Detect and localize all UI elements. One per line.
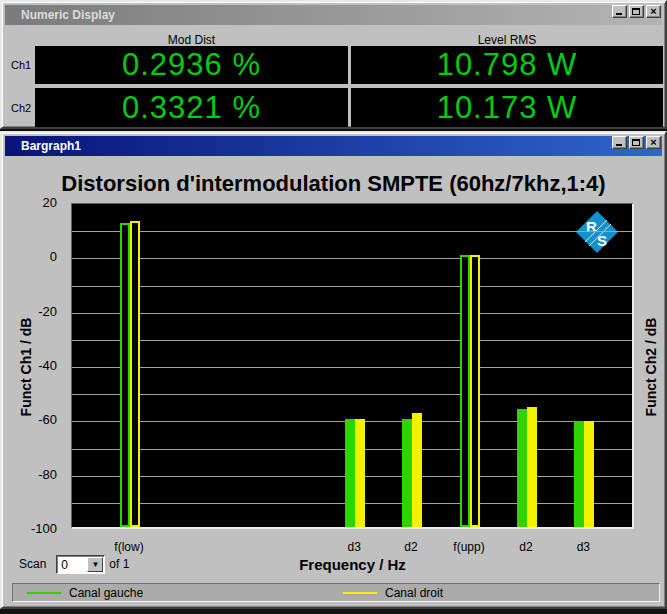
y-tick-label: -80 bbox=[2, 467, 64, 482]
maximize-button[interactable] bbox=[629, 5, 644, 18]
gridline bbox=[72, 258, 632, 259]
x-axis-label: Frequency / Hz bbox=[71, 556, 634, 573]
close-icon: × bbox=[647, 136, 660, 149]
bar-f(low)-gauche bbox=[120, 223, 130, 527]
ch2-level-rms-value: 10.173 W bbox=[351, 88, 663, 127]
close-button[interactable]: × bbox=[646, 136, 661, 149]
category-label-f(low): f(low) bbox=[94, 540, 164, 554]
gridline bbox=[72, 286, 632, 287]
legend-label-canal-gauche: Canal gauche bbox=[69, 586, 143, 600]
plot-area: R S bbox=[71, 203, 634, 529]
svg-text:S: S bbox=[597, 232, 607, 249]
ch1-mod-dist-value: 0.2936 % bbox=[35, 46, 348, 84]
legend-swatch-canal-gauche bbox=[27, 592, 61, 594]
desktop-strip bbox=[0, 609, 667, 614]
scan-value: 0 bbox=[61, 558, 68, 572]
minimize-icon bbox=[616, 13, 622, 15]
gridline bbox=[72, 394, 632, 395]
maximize-button[interactable] bbox=[629, 136, 644, 149]
maximize-icon bbox=[632, 139, 640, 146]
legend-label-canal-droit: Canal droit bbox=[385, 586, 443, 600]
bar-d2-gauche bbox=[517, 409, 527, 527]
minimize-button[interactable] bbox=[612, 5, 627, 18]
category-label-d3: d3 bbox=[548, 540, 618, 554]
scan-label: Scan bbox=[19, 557, 46, 571]
bar-f(upp)-droit bbox=[470, 255, 480, 527]
bar-d3-gauche bbox=[574, 421, 584, 527]
numeric-display-title: Numeric Display bbox=[21, 8, 115, 22]
bar-f(upp)-gauche bbox=[460, 255, 470, 527]
ch2-mod-dist-value: 0.3321 % bbox=[35, 88, 348, 127]
close-icon: × bbox=[647, 5, 660, 18]
numeric-display-window: Numeric Display × Mod Dist Level RMS Ch1… bbox=[0, 0, 667, 129]
minimize-button[interactable] bbox=[612, 136, 627, 149]
scan-dropdown[interactable]: 0 ▼ bbox=[56, 555, 105, 574]
y-tick-label: -100 bbox=[2, 521, 64, 536]
maximize-icon bbox=[632, 8, 640, 15]
ch1-level-rms-value: 10.798 W bbox=[351, 46, 663, 84]
ch1-label: Ch1 bbox=[11, 59, 31, 71]
bargraph-titlebar[interactable]: Bargraph1 bbox=[5, 136, 662, 156]
bargraph-title: Bargraph1 bbox=[21, 139, 81, 153]
bar-d2-gauche bbox=[402, 419, 412, 527]
bar-f(low)-droit bbox=[130, 221, 140, 527]
minimize-icon bbox=[616, 144, 622, 146]
bar-d2-droit bbox=[527, 407, 537, 527]
y-tick-label: 20 bbox=[2, 195, 64, 210]
scan-suffix: of 1 bbox=[109, 557, 129, 571]
bar-d3-droit bbox=[355, 419, 365, 527]
bar-d3-gauche bbox=[345, 419, 355, 527]
close-button[interactable]: × bbox=[646, 5, 661, 18]
ch2-label: Ch2 bbox=[11, 102, 31, 114]
y-axis-label-left: Funct Ch1 / dB bbox=[18, 312, 34, 422]
bar-d3-droit bbox=[584, 421, 594, 527]
bargraph-window: Bargraph1 × Distorsion d'intermodulation… bbox=[0, 131, 667, 609]
y-tick-label: 0 bbox=[2, 249, 64, 264]
column-header-mod-dist: Mod Dist bbox=[35, 33, 348, 46]
dropdown-arrow-icon[interactable]: ▼ bbox=[87, 557, 103, 572]
gridline bbox=[72, 313, 632, 314]
gridline bbox=[72, 231, 632, 232]
chart-title: Distorsion d'intermodulation SMPTE (60hz… bbox=[2, 171, 665, 197]
bar-d2-droit bbox=[412, 413, 422, 527]
legend-swatch-canal-droit bbox=[343, 592, 377, 594]
y-axis-label-right: Funct Ch2 / dB bbox=[643, 312, 659, 422]
numeric-display-titlebar[interactable]: Numeric Display bbox=[5, 5, 662, 25]
gridline bbox=[72, 340, 632, 341]
column-header-level-rms: Level RMS bbox=[351, 33, 663, 46]
legend: Canal gauche Canal droit bbox=[12, 583, 660, 602]
svg-text:R: R bbox=[586, 218, 597, 235]
gridline bbox=[72, 367, 632, 368]
screen: Numeric Display × Mod Dist Level RMS Ch1… bbox=[0, 0, 667, 614]
